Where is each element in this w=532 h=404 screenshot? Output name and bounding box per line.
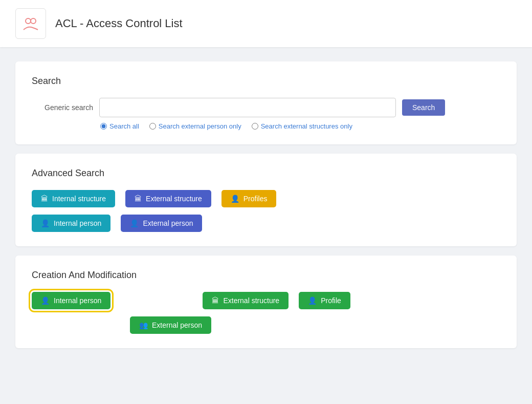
btn-cm-profile[interactable]: 👤 Profile (299, 292, 350, 309)
search-radio-group: Search all Search external person only S… (100, 122, 500, 130)
building-icon-cm: 🏛 (212, 296, 219, 305)
person-icon-3: 👤 (130, 219, 139, 227)
search-card: Search Generic search Search Search all … (15, 61, 517, 144)
search-input[interactable] (99, 98, 396, 117)
search-row: Generic search Search (32, 98, 500, 117)
person-icon-2: 👤 (41, 219, 50, 227)
btn-internal-person[interactable]: 👤 Internal person (32, 215, 110, 232)
svg-point-1 (31, 18, 36, 24)
btn-external-structure[interactable]: 🏛 External structure (125, 190, 211, 207)
btn-cm-external-structure[interactable]: 🏛 External structure (203, 292, 289, 309)
app-logo (15, 8, 46, 39)
building-icon-2: 🏛 (135, 195, 142, 203)
page-title: ACL - Access Control List (55, 17, 183, 30)
search-section-title: Search (32, 76, 500, 87)
search-button[interactable]: Search (402, 99, 445, 116)
svg-point-0 (26, 18, 31, 24)
generic-search-label: Generic search (32, 103, 93, 112)
btn-cm-internal-person[interactable]: 👤 Internal person (32, 292, 110, 309)
btn-external-person[interactable]: 👤 External person (121, 215, 202, 232)
radio-search-external-structure[interactable]: Search external structures only (252, 122, 352, 130)
radio-search-external-person[interactable]: Search external person only (149, 122, 241, 130)
btn-internal-structure[interactable]: 🏛 Internal structure (32, 190, 115, 207)
advanced-search-title: Advanced Search (32, 168, 500, 179)
person-icon-cm: 👤 (41, 296, 50, 305)
building-icon: 🏛 (41, 195, 48, 203)
person-icon-cm2: 👤 (308, 296, 317, 305)
main-content: Search Generic search Search Search all … (0, 47, 532, 363)
btn-cm-external-person[interactable]: 👥 External person (130, 316, 211, 334)
persons-icon-cm: 👥 (139, 321, 148, 329)
advanced-search-card: Advanced Search 🏛 Internal structure 🏛 E… (15, 154, 517, 246)
creation-modification-title: Creation And Modification (32, 270, 500, 281)
app-header: ACL - Access Control List (0, 0, 532, 47)
btn-profiles[interactable]: 👤 Profiles (221, 190, 277, 207)
creation-modification-card: Creation And Modification 👤 Internal per… (15, 256, 517, 348)
person-icon: 👤 (231, 195, 239, 203)
radio-search-all[interactable]: Search all (100, 122, 139, 130)
